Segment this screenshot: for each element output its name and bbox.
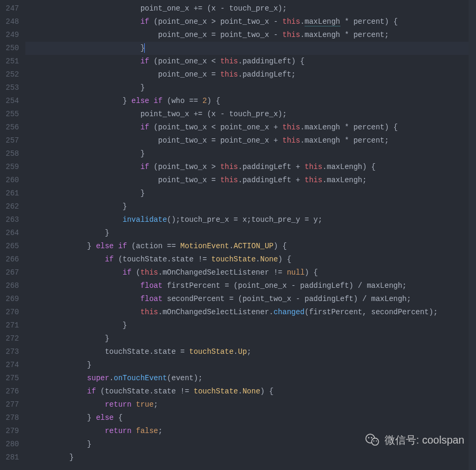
code-token: } [123,202,127,211]
code-line[interactable]: } [25,359,476,372]
code-token: (point_two_x [149,123,211,131]
code-token: } [87,440,91,448]
code-token: point_two_x [158,176,211,184]
code-token: = [180,347,184,356]
code-line[interactable]: return false; [25,425,476,438]
code-line[interactable]: float secondPercent = (point_two_x - pad… [25,293,476,306]
code-token: .paddingLeft [238,163,296,171]
line-number: 265 [4,240,19,253]
code-line[interactable]: if (point_one_x > point_two_x - this.max… [25,15,476,29]
code-token: == [189,97,198,105]
code-editor[interactable]: 2472482492502512522532542552562572582592… [0,0,476,470]
code-token: .mOnChangedSelectListener [158,268,273,277]
code-line[interactable]: } else if (action == MotionEvent.ACTION_… [25,240,476,253]
code-line[interactable]: if (point_two_x > this.paddingLeft + thi… [25,161,476,174]
code-line[interactable]: } [25,187,476,200]
line-number: 266 [4,253,19,266]
code-token: false [136,427,158,435]
code-line[interactable]: } [25,332,476,345]
code-token: None [242,387,260,396]
line-number: 270 [4,306,19,319]
code-line[interactable]: invalidate();touch_pre_x = x;touch_pre_y… [25,213,476,227]
code-line[interactable]: touchState.state = touchState.Up; [25,345,476,359]
code-token [132,400,136,409]
line-number: 269 [4,293,19,306]
code-line[interactable]: } [25,438,476,451]
code-token: } [87,413,91,422]
code-token: ) { [274,242,287,250]
line-number: 275 [4,372,19,385]
code-line[interactable]: } [25,319,476,332]
code-token: point_two_x [158,136,211,145]
code-line[interactable]: } [25,147,476,161]
line-number: 255 [4,108,19,121]
code-token [278,123,282,131]
code-token: ) { [260,387,274,396]
code-content-area[interactable]: point_one_x += (x - touch_pre_x); if (po… [25,0,476,470]
code-token: == [167,242,176,250]
code-line[interactable]: } else if (who == 2) { [25,95,476,108]
code-token: maxLengh; [362,281,407,290]
line-number: 261 [4,187,19,200]
code-token: this [220,176,238,184]
code-token [132,427,136,435]
code-token: point_one_x [141,4,194,13]
code-token: .maxLengh [300,136,344,145]
code-line[interactable]: } [25,227,476,240]
code-line[interactable]: } [25,451,476,464]
code-token: this [220,163,238,171]
code-token: maxLengh [305,17,340,26]
code-token: != [180,387,189,396]
code-token: if [141,17,150,26]
code-token: if [87,387,96,396]
code-line[interactable]: } else { [25,411,476,425]
code-token: { [114,413,123,422]
code-line[interactable]: if (point_two_x < point_one_x + this.max… [25,121,476,134]
code-token: (x [202,4,220,13]
line-number: 260 [4,174,19,187]
code-token: (point_one_x [229,281,292,290]
code-token: * [344,123,349,131]
code-line[interactable]: point_two_x += (x - touch_pre_x); [25,108,476,121]
code-line[interactable]: } [25,42,476,55]
code-line[interactable]: this.mOnChangedSelectListener.changed(fi… [25,306,476,319]
code-token [216,176,220,184]
code-token: + [296,176,300,184]
code-line[interactable]: } [25,200,476,213]
code-token [283,268,287,277]
code-token: percent) { [349,17,398,26]
code-token: ) { [278,255,291,264]
code-line[interactable]: point_one_x = this.paddingLeft; [25,68,476,81]
code-line[interactable]: if (this.mOnChangedSelectListener != nul… [25,266,476,279]
code-token: ; [158,427,162,435]
code-token: . [229,242,234,250]
code-token: ; [247,347,251,356]
code-token [278,31,282,39]
code-line[interactable]: point_one_x = point_two_x - this.maxLeng… [25,29,476,42]
code-token: float [141,281,163,290]
code-line[interactable]: super.onTouchEvent(event); [25,372,476,385]
code-line[interactable]: point_two_x = this.paddingLeft + this.ma… [25,174,476,187]
code-token: ();touch_pre_x [167,215,234,224]
code-line[interactable]: if (touchState.state != touchState.None)… [25,253,476,266]
code-token: touchState [189,347,234,356]
code-token: * [344,17,349,26]
line-number: 250 [4,42,19,55]
code-token: this [283,136,301,145]
code-token [278,17,282,26]
code-line[interactable]: point_one_x += (x - touch_pre_x); [25,2,476,15]
code-line[interactable]: return true; [25,398,476,411]
line-number: 279 [4,425,19,438]
code-line[interactable]: float firstPercent = (point_one_x - padd… [25,279,476,293]
code-token: maxLengh; [367,295,411,303]
code-token: touchState.state [105,347,180,356]
code-line[interactable]: } [25,81,476,95]
scroll-minimap-area[interactable] [469,0,476,470]
code-token: ACTION_UP [234,242,274,250]
code-line[interactable]: point_two_x = point_one_x + this.maxLeng… [25,134,476,147]
code-token: (action [127,242,167,250]
code-line[interactable]: if (touchState.state != touchState.None)… [25,385,476,398]
code-token: this [141,268,158,277]
code-token: changed [274,308,305,316]
code-line[interactable]: if (point_one_x < this.paddingLeft) { [25,55,476,68]
